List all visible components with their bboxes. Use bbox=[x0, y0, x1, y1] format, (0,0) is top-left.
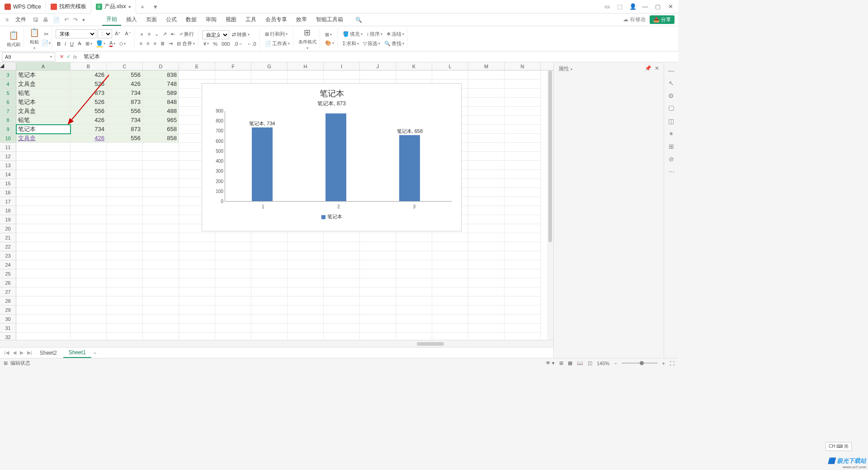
cell[interactable] bbox=[143, 287, 179, 296]
cell[interactable] bbox=[432, 70, 468, 80]
copy-icon[interactable]: 📄▾ bbox=[42, 40, 50, 47]
sum-button[interactable]: Σ 求和▾ bbox=[341, 39, 361, 48]
number-format-select[interactable]: 自定义 bbox=[202, 30, 229, 39]
print-icon[interactable]: 🖶 bbox=[41, 16, 50, 24]
cell[interactable] bbox=[468, 170, 505, 179]
cell[interactable] bbox=[505, 287, 541, 296]
cell[interactable] bbox=[143, 233, 179, 242]
cell[interactable] bbox=[468, 125, 505, 134]
cell[interactable]: 556 bbox=[107, 134, 143, 143]
underline-button[interactable]: U bbox=[69, 40, 75, 47]
cell[interactable] bbox=[396, 70, 432, 80]
cell[interactable] bbox=[143, 269, 179, 278]
rail-layers-icon[interactable]: ◫ bbox=[668, 118, 674, 125]
cell[interactable] bbox=[468, 278, 505, 287]
cell[interactable] bbox=[251, 296, 288, 306]
cell[interactable] bbox=[468, 215, 505, 224]
cell[interactable] bbox=[143, 143, 179, 152]
menu-start[interactable]: 开始 bbox=[102, 14, 121, 26]
cell[interactable] bbox=[432, 269, 468, 278]
hamburger-icon[interactable]: ≡ bbox=[4, 16, 10, 24]
cell[interactable] bbox=[16, 170, 71, 179]
col-header-L[interactable]: L bbox=[432, 62, 468, 70]
row-header[interactable]: 16 bbox=[0, 188, 16, 197]
cell[interactable] bbox=[468, 98, 505, 107]
justify-button[interactable]: ≣ bbox=[159, 40, 166, 47]
name-box[interactable]: A9▾ bbox=[2, 52, 55, 61]
col-header-C[interactable]: C bbox=[107, 62, 143, 70]
view-reading-icon[interactable]: 📖 bbox=[577, 360, 583, 366]
fullscreen-icon[interactable]: ⛶ bbox=[670, 361, 675, 366]
cell[interactable] bbox=[468, 116, 505, 125]
cell[interactable]: 556 bbox=[71, 107, 107, 116]
cell[interactable]: 858 bbox=[143, 134, 179, 143]
cell[interactable] bbox=[360, 315, 396, 324]
cell[interactable] bbox=[143, 333, 179, 340]
cell[interactable] bbox=[468, 260, 505, 269]
wrap-text-button[interactable]: ⤶ 换行 bbox=[178, 30, 195, 38]
cell[interactable] bbox=[396, 278, 432, 287]
cell[interactable] bbox=[16, 324, 71, 333]
add-sheet-button[interactable]: + bbox=[92, 350, 98, 356]
cell[interactable] bbox=[251, 260, 288, 269]
paste-button[interactable]: 📋粘贴▾ bbox=[28, 26, 41, 51]
cell[interactable] bbox=[179, 251, 215, 260]
cell[interactable] bbox=[107, 197, 143, 206]
cell[interactable] bbox=[505, 296, 541, 306]
fill-color-button[interactable]: 🪣▾ bbox=[95, 39, 107, 48]
cell[interactable] bbox=[360, 306, 396, 315]
cell[interactable] bbox=[468, 296, 505, 306]
cube-icon[interactable]: ⬚ bbox=[617, 3, 623, 10]
cell[interactable] bbox=[505, 125, 541, 134]
cell[interactable]: 965 bbox=[143, 116, 179, 125]
cell[interactable] bbox=[468, 80, 505, 89]
cell[interactable] bbox=[107, 333, 143, 340]
cell[interactable] bbox=[468, 179, 505, 188]
font-color-button[interactable]: A▾ bbox=[108, 39, 117, 48]
cell[interactable] bbox=[215, 260, 251, 269]
tab-document[interactable]: S产品.xlsx● bbox=[91, 0, 136, 14]
cell[interactable] bbox=[143, 242, 179, 251]
cell[interactable] bbox=[215, 251, 251, 260]
rail-grid-icon[interactable]: ⊞ bbox=[669, 143, 674, 150]
cell[interactable] bbox=[468, 287, 505, 296]
cell[interactable]: 734 bbox=[107, 89, 143, 98]
menu-page[interactable]: 页面 bbox=[142, 14, 161, 25]
cell[interactable] bbox=[107, 287, 143, 296]
cell[interactable] bbox=[324, 251, 360, 260]
increase-font-button[interactable]: A⁺ bbox=[113, 30, 122, 38]
cell[interactable] bbox=[143, 152, 179, 161]
cell[interactable] bbox=[179, 260, 215, 269]
cell[interactable] bbox=[505, 134, 541, 143]
cell[interactable] bbox=[505, 179, 541, 188]
zoom-slider[interactable] bbox=[622, 362, 658, 364]
cell[interactable] bbox=[16, 215, 71, 224]
row-header[interactable]: 23 bbox=[0, 251, 16, 260]
cell[interactable] bbox=[107, 161, 143, 170]
cell[interactable] bbox=[432, 315, 468, 324]
cell[interactable] bbox=[16, 188, 71, 197]
cell[interactable] bbox=[396, 333, 432, 340]
cell[interactable]: 873 bbox=[107, 98, 143, 107]
cell[interactable] bbox=[432, 333, 468, 340]
row-header[interactable]: 7 bbox=[0, 107, 16, 116]
cell[interactable] bbox=[468, 306, 505, 315]
cell[interactable]: 426 bbox=[71, 134, 107, 143]
row-header[interactable]: 4 bbox=[0, 80, 16, 89]
cell[interactable]: 734 bbox=[107, 116, 143, 125]
cell[interactable] bbox=[143, 197, 179, 206]
cell[interactable] bbox=[71, 324, 107, 333]
cell[interactable] bbox=[324, 287, 360, 296]
menu-file[interactable]: 文件 bbox=[11, 14, 30, 25]
cell[interactable] bbox=[505, 242, 541, 251]
cell[interactable] bbox=[468, 152, 505, 161]
cell[interactable] bbox=[16, 278, 71, 287]
cell[interactable] bbox=[16, 251, 71, 260]
cell[interactable] bbox=[360, 260, 396, 269]
col-header-K[interactable]: K bbox=[396, 62, 432, 70]
cell[interactable] bbox=[324, 324, 360, 333]
cell[interactable] bbox=[396, 306, 432, 315]
cell[interactable] bbox=[432, 242, 468, 251]
cell[interactable] bbox=[71, 206, 107, 215]
decimal-inc-button[interactable]: .0→ bbox=[232, 40, 244, 47]
